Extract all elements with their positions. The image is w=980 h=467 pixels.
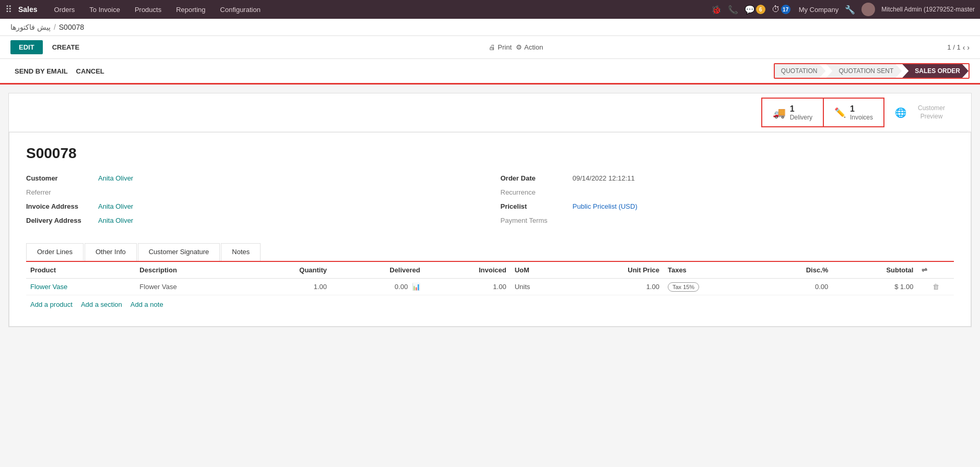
breadcrumb-current: S00078: [59, 23, 84, 31]
clock-icon[interactable]: ⏱: [772, 5, 780, 14]
nav-item-to-invoice[interactable]: To Invoice: [83, 0, 126, 19]
customer-label: Customer: [26, 174, 94, 182]
tab-customer-signature[interactable]: Customer Signature: [138, 243, 220, 261]
description-cell: Flower Vase: [135, 279, 245, 295]
order-lines-table: Product Description Quantity Delivered I…: [26, 262, 954, 295]
cancel-button[interactable]: CANCEL: [72, 65, 109, 77]
col-product: Product: [26, 262, 135, 279]
col-disc: Disc.%: [759, 262, 833, 279]
breadcrumb-parent[interactable]: پیش فاکتورها: [10, 23, 51, 31]
delivery-smart-button[interactable]: 🚚 1 Delivery: [761, 98, 824, 127]
page-wrapper: 🚚 1 Delivery ✏️ 1 Invoices 🌐 Customer Pr…: [8, 93, 972, 327]
nav-item-orders[interactable]: Orders: [48, 0, 81, 19]
delivery-address-value[interactable]: Anita Oliver: [98, 217, 133, 224]
col-delivered: Delivered: [331, 262, 424, 279]
tab-other-info[interactable]: Other Info: [85, 243, 137, 261]
disc-cell: 0.00: [759, 279, 833, 295]
recurrence-label: Recurrence: [501, 188, 569, 196]
order-date-field-row: Order Date 09/14/2022 12:12:11: [501, 174, 954, 182]
print-button[interactable]: 🖨 Print: [489, 43, 512, 51]
order-date-value: 09/14/2022 12:12:11: [573, 174, 635, 182]
tax-badge[interactable]: Tax 15%: [668, 282, 699, 292]
customer-field-row: Customer Anita Oliver: [26, 174, 480, 182]
referrer-label: Referrer: [26, 188, 94, 196]
row-delete[interactable]: 🗑: [917, 279, 954, 295]
customer-preview-button[interactable]: 🌐 Customer Preview: [884, 99, 963, 126]
col-quantity: Quantity: [245, 262, 331, 279]
create-button[interactable]: CREATE: [47, 40, 85, 54]
send-email-button[interactable]: SEND BY EMAIL: [10, 65, 72, 77]
stage-quotation[interactable]: QUOTATION: [775, 64, 826, 78]
recurrence-field-row: Recurrence: [501, 188, 954, 196]
table-row: Flower Vase Flower Vase 1.00 0.00 📊 1.00…: [26, 279, 954, 295]
column-settings-icon[interactable]: ⇌: [922, 266, 927, 274]
chat-icon-wrapper: 💬 6: [745, 5, 765, 15]
clock-icon-wrapper: ⏱ 17: [772, 5, 790, 14]
status-bar: SEND BY EMAIL CANCEL QUOTATION QUOTATION…: [0, 59, 980, 85]
invoice-address-field-row: Invoice Address Anita Oliver: [26, 202, 480, 210]
grid-icon[interactable]: ⠿: [5, 4, 12, 15]
pagination-text: 1 / 1: [947, 43, 960, 51]
print-label: Print: [498, 43, 512, 51]
uom-cell: Units: [511, 279, 568, 295]
invoices-smart-button[interactable]: ✏️ 1 Invoices: [824, 98, 884, 127]
customer-value[interactable]: Anita Oliver: [98, 174, 133, 182]
stage-quotation-sent[interactable]: QUOTATION SENT: [826, 64, 902, 78]
next-page-button[interactable]: ›: [967, 43, 970, 52]
toolbar: EDIT CREATE 🖨 Print ⚙ Action 1 / 1 ‹ ›: [0, 36, 980, 59]
taxes-cell: Tax 15%: [664, 279, 759, 295]
delivery-count: 1: [790, 104, 795, 114]
user-name[interactable]: Mitchell Admin (19279252-master: [881, 6, 975, 13]
truck-icon: 🚚: [773, 106, 786, 119]
chart-icon[interactable]: 📊: [412, 283, 420, 291]
tab-order-lines[interactable]: Order Lines: [26, 243, 84, 261]
invoice-icon: ✏️: [834, 107, 846, 118]
delivery-address-field-row: Delivery Address Anita Oliver: [26, 217, 480, 224]
add-product-link[interactable]: Add a product: [30, 301, 73, 308]
bug-icon[interactable]: 🐞: [711, 5, 722, 15]
pricelist-value[interactable]: Public Pricelist (USD): [573, 202, 637, 210]
order-date-label: Order Date: [501, 174, 569, 182]
referrer-field-row: Referrer: [26, 188, 480, 196]
quantity-cell: 1.00: [245, 279, 331, 295]
nav-item-reporting[interactable]: Reporting: [170, 0, 211, 19]
stage-wrapper: QUOTATION QUOTATION SENT SALES ORDER: [774, 63, 970, 79]
phone-icon[interactable]: 📞: [728, 5, 738, 15]
delivery-address-label: Delivery Address: [26, 217, 94, 224]
stage-sales-order[interactable]: SALES ORDER: [902, 64, 969, 78]
delivery-label: Delivery: [790, 114, 812, 121]
payment-terms-label: Payment Terms: [501, 217, 569, 224]
action-button[interactable]: ⚙ Action: [516, 43, 543, 51]
chat-icon[interactable]: 💬: [745, 5, 755, 15]
add-section-link[interactable]: Add a section: [81, 301, 122, 308]
payment-terms-field-row: Payment Terms: [501, 217, 954, 224]
nav-item-configuration[interactable]: Configuration: [214, 0, 267, 19]
wrench-icon[interactable]: 🔧: [845, 5, 855, 15]
product-cell[interactable]: Flower Vase: [26, 279, 135, 295]
nav-item-products[interactable]: Products: [128, 0, 168, 19]
chat-badge: 6: [756, 5, 765, 14]
pricelist-label: Pricelist: [501, 202, 569, 210]
col-taxes: Taxes: [664, 262, 759, 279]
app-name[interactable]: Sales: [18, 5, 38, 14]
add-note-link[interactable]: Add a note: [131, 301, 163, 308]
breadcrumb: پیش فاکتورها / S00078: [0, 19, 980, 36]
invoices-label: Invoices: [850, 114, 873, 121]
user-avatar[interactable]: [861, 3, 875, 16]
col-invoiced: Invoiced: [424, 262, 511, 279]
tab-notes[interactable]: Notes: [221, 243, 261, 261]
invoices-count: 1: [850, 104, 855, 114]
add-links: Add a product Add a section Add a note: [26, 295, 954, 314]
tabs: Order Lines Other Info Customer Signatur…: [26, 243, 954, 262]
clock-badge: 17: [781, 5, 790, 14]
delivered-cell: 0.00 📊: [331, 279, 424, 295]
pagination: 1 / 1 ‹ ›: [947, 43, 970, 52]
unit-price-cell: 1.00: [568, 279, 664, 295]
prev-page-button[interactable]: ‹: [963, 43, 965, 52]
edit-button[interactable]: EDIT: [10, 40, 43, 54]
col-actions: ⇌: [917, 262, 954, 279]
globe-icon: 🌐: [895, 107, 906, 118]
breadcrumb-separator: /: [54, 23, 56, 31]
col-unit-price: Unit Price: [568, 262, 664, 279]
invoice-address-value[interactable]: Anita Oliver: [98, 202, 133, 210]
